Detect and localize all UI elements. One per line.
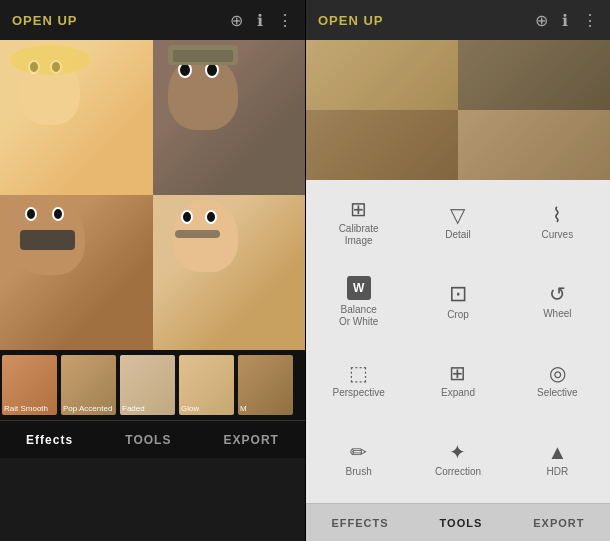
right-top-bar: OPEN UP ⊕ ℹ ⋮ xyxy=(306,0,610,40)
thumb-faded[interactable]: Faded xyxy=(120,355,175,415)
tool-expand[interactable]: ⊞ Expand xyxy=(409,343,506,420)
left-top-bar: OPEN UP ⊕ ℹ ⋮ xyxy=(0,0,305,40)
calibrate-icon: ⊞ xyxy=(350,199,367,219)
crop-icon: ⊡ xyxy=(449,283,467,305)
tools-grid: ⊞ CalibrateImage ▽ Detail ⌇ Curves W Bal… xyxy=(306,180,610,503)
thumbnail-strip: Rait Smooth Pop Accented Faded Glow M xyxy=(0,350,305,420)
thumb-label-pop: Pop Accented xyxy=(63,404,112,413)
detail-label: Detail xyxy=(445,229,471,241)
perspective-label: Perspective xyxy=(333,387,385,399)
wheel-label: Wheel xyxy=(543,308,571,320)
expand-icon: ⊞ xyxy=(449,363,466,383)
wb-icon: W xyxy=(347,276,371,300)
funko-bottom-right xyxy=(153,195,306,350)
tool-perspective[interactable]: ⬚ Perspective xyxy=(310,343,407,420)
tool-detail[interactable]: ▽ Detail xyxy=(409,184,506,261)
tool-curves[interactable]: ⌇ Curves xyxy=(509,184,606,261)
perspective-icon: ⬚ xyxy=(349,363,368,383)
thumb-label-m: M xyxy=(240,404,247,413)
wb-label: BalanceOr White xyxy=(339,304,378,328)
info-icon[interactable]: ℹ xyxy=(257,11,263,30)
hdr-label: HDR xyxy=(546,466,568,478)
curves-label: Curves xyxy=(541,229,573,241)
more-icon[interactable]: ⋮ xyxy=(277,11,293,30)
left-app-title: OPEN UP xyxy=(12,13,78,28)
correction-label: Correction xyxy=(435,466,481,478)
brush-label: Brush xyxy=(346,466,372,478)
left-top-icons: ⊕ ℹ ⋮ xyxy=(230,11,293,30)
tool-wheel[interactable]: ↺ Wheel xyxy=(509,263,606,340)
layers-icon[interactable]: ⊕ xyxy=(230,11,243,30)
thumb-glow[interactable]: Glow xyxy=(179,355,234,415)
funko-grid xyxy=(0,40,305,350)
left-bottom-nav: Effects TOOLS EXPORT xyxy=(0,420,305,458)
right-nav-export[interactable]: EXPORT xyxy=(525,513,592,533)
curves-icon: ⌇ xyxy=(552,205,562,225)
funko-bottom-left xyxy=(0,195,153,350)
right-layers-icon[interactable]: ⊕ xyxy=(535,11,548,30)
tool-brush[interactable]: ✏ Brush xyxy=(310,422,407,499)
right-preview-image xyxy=(306,40,610,180)
selective-label: Selective xyxy=(537,387,578,399)
left-nav-effects[interactable]: Effects xyxy=(18,429,81,451)
selective-icon: ◎ xyxy=(549,363,566,383)
tool-calibrate[interactable]: ⊞ CalibrateImage xyxy=(310,184,407,261)
main-image xyxy=(0,40,305,350)
right-nav-effects[interactable]: EFFECTS xyxy=(323,513,396,533)
brush-icon: ✏ xyxy=(350,442,367,462)
tool-crop[interactable]: ⊡ Crop xyxy=(409,263,506,340)
right-top-icons: ⊕ ℹ ⋮ xyxy=(535,11,598,30)
thumb-rait-smooth[interactable]: Rait Smooth xyxy=(2,355,57,415)
tool-white-balance[interactable]: W BalanceOr White xyxy=(310,263,407,340)
crop-label: Crop xyxy=(447,309,469,321)
left-panel: OPEN UP ⊕ ℹ ⋮ xyxy=(0,0,305,541)
left-nav-tools[interactable]: TOOLS xyxy=(117,429,179,451)
right-panel: OPEN UP ⊕ ℹ ⋮ ⊞ CalibrateImage ▽ Detail xyxy=(306,0,610,541)
thumb-label-faded: Faded xyxy=(122,404,145,413)
correction-icon: ✦ xyxy=(449,442,466,462)
tool-selective[interactable]: ◎ Selective xyxy=(509,343,606,420)
right-app-title: OPEN UP xyxy=(318,13,384,28)
left-nav-export[interactable]: EXPORT xyxy=(216,429,287,451)
right-more-icon[interactable]: ⋮ xyxy=(582,11,598,30)
wheel-icon: ↺ xyxy=(549,284,566,304)
thumb-pop-accented[interactable]: Pop Accented xyxy=(61,355,116,415)
tool-hdr[interactable]: ▲ HDR xyxy=(509,422,606,499)
funko-top-left xyxy=(0,40,153,195)
right-preview-placeholder xyxy=(306,40,610,180)
funko-top-right xyxy=(153,40,306,195)
right-bottom-nav: EFFECTS TOOLS EXPORT xyxy=(306,503,610,541)
right-nav-tools[interactable]: TOOLS xyxy=(432,513,491,533)
right-info-icon[interactable]: ℹ xyxy=(562,11,568,30)
tool-correction[interactable]: ✦ Correction xyxy=(409,422,506,499)
thumb-label-glow: Glow xyxy=(181,404,199,413)
expand-label: Expand xyxy=(441,387,475,399)
thumb-m[interactable]: M xyxy=(238,355,293,415)
hdr-icon: ▲ xyxy=(547,442,567,462)
thumb-label-rait: Rait Smooth xyxy=(4,404,48,413)
detail-icon: ▽ xyxy=(450,205,465,225)
calibrate-label: CalibrateImage xyxy=(339,223,379,247)
